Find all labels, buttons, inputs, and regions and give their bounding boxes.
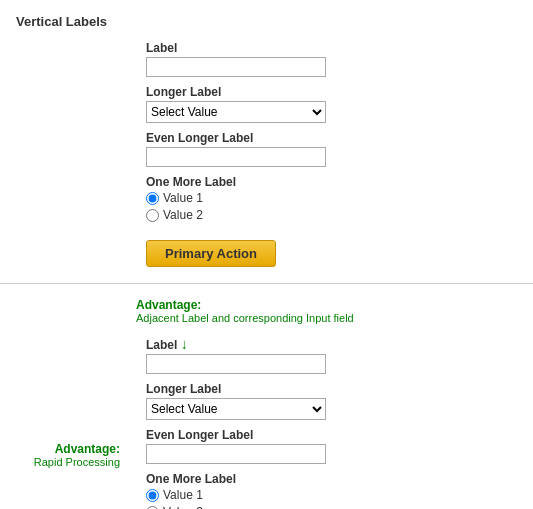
section2-form: Label ↓ Longer Label Select Value Option… [146,336,326,509]
section1-title: Vertical Labels [16,14,517,29]
advantage-left-annotation: Advantage: Rapid Processing [10,442,120,468]
s2-longer-label-text: Longer Label [146,382,326,396]
s2-label-input[interactable] [146,354,326,374]
arrow-down-icon: ↓ [181,336,188,352]
s2-radio-value2-label: Value 2 [163,505,203,509]
radio-value2: Value 2 [146,208,326,222]
s2-field-longer-label: Longer Label Select Value Option 1 Optio… [146,382,326,420]
radio-group: Value 1 Value 2 [146,191,326,222]
section1: Vertical Labels Label Longer Label Selec… [0,0,533,284]
s2-radio-value1-input[interactable] [146,489,159,502]
longer-label-select[interactable]: Select Value Option 1 Option 2 [146,101,326,123]
label-text: Label [146,41,326,55]
section1-form: Label Longer Label Select Value Option 1… [146,41,326,267]
s2-longer-label-select[interactable]: Select Value Option 1 Option 2 [146,398,326,420]
label-input[interactable] [146,57,326,77]
s2-even-longer-input[interactable] [146,444,326,464]
field-longer-label: Longer Label Select Value Option 1 Optio… [146,85,326,123]
one-more-label-text: One More Label [146,175,326,189]
even-longer-input[interactable] [146,147,326,167]
radio-value1: Value 1 [146,191,326,205]
s2-radio-value2-input[interactable] [146,506,159,510]
s2-one-more-label-text: One More Label [146,472,326,486]
radio-value1-input[interactable] [146,192,159,205]
radio-value2-label: Value 2 [163,208,203,222]
advantage-left-title: Advantage: [10,442,120,456]
longer-label-text: Longer Label [146,85,326,99]
s2-even-longer-label-text: Even Longer Label [146,428,326,442]
advantage-top-desc: Adjacent Label and corresponding Input f… [136,312,354,324]
s2-label-text: Label ↓ [146,336,326,352]
advantage-top-title: Advantage: [136,298,354,312]
field-even-longer: Even Longer Label [146,131,326,167]
radio-value2-input[interactable] [146,209,159,222]
s2-radio-value2: Value 2 [146,505,326,509]
even-longer-label-text: Even Longer Label [146,131,326,145]
s2-field-even-longer: Even Longer Label [146,428,326,464]
section2: Advantage: Adjacent Label and correspond… [0,284,533,509]
s2-radio-value1-label: Value 1 [163,488,203,502]
s2-radio-value1: Value 1 [146,488,326,502]
field-one-more: One More Label Value 1 Value 2 [146,175,326,222]
s2-radio-group: Value 1 Value 2 [146,488,326,509]
s2-field-label: Label ↓ [146,336,326,374]
advantage-left-desc: Rapid Processing [10,456,120,468]
primary-action-button[interactable]: Primary Action [146,240,276,267]
radio-value1-label: Value 1 [163,191,203,205]
field-label: Label [146,41,326,77]
s2-field-one-more: One More Label Value 1 Value 2 [146,472,326,509]
advantage-top-annotation: Advantage: Adjacent Label and correspond… [136,298,354,324]
